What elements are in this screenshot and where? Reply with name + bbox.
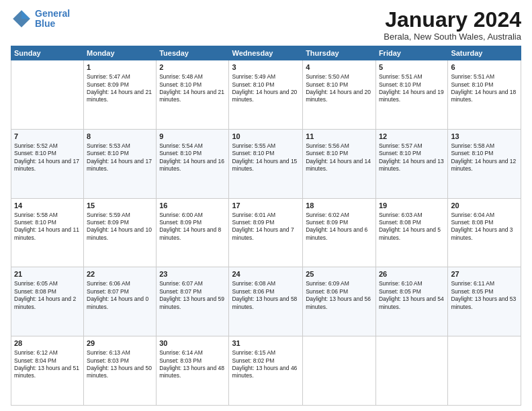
day-number: 5	[379, 62, 445, 73]
day-number: 12	[379, 132, 445, 142]
cell-info: Sunrise: 5:57 AMSunset: 8:10 PMDaylight:…	[379, 142, 445, 173]
cell-info: Sunrise: 5:52 AMSunset: 8:10 PMDaylight:…	[14, 142, 81, 173]
calendar-cell: 6Sunrise: 5:51 AMSunset: 8:10 PMDaylight…	[448, 60, 521, 130]
calendar-table: SundayMondayTuesdayWednesdayThursdayFrid…	[11, 46, 521, 406]
calendar-cell: 28Sunrise: 6:12 AMSunset: 8:04 PMDayligh…	[11, 336, 84, 406]
calendar-cell: 1Sunrise: 5:47 AMSunset: 8:09 PMDaylight…	[84, 60, 157, 130]
title-block: January 2024 Berala, New South Wales, Au…	[384, 8, 521, 42]
day-number: 9	[159, 132, 226, 142]
calendar-cell: 31Sunrise: 6:15 AMSunset: 8:02 PMDayligh…	[229, 336, 303, 406]
day-number: 10	[232, 132, 300, 142]
calendar-cell: 21Sunrise: 6:05 AMSunset: 8:08 PMDayligh…	[11, 267, 84, 336]
calendar-cell: 7Sunrise: 5:52 AMSunset: 8:10 PMDaylight…	[11, 129, 84, 198]
cell-info: Sunrise: 5:50 AMSunset: 8:10 PMDaylight:…	[306, 73, 373, 104]
cell-info: Sunrise: 5:58 AMSunset: 8:10 PMDaylight:…	[451, 142, 518, 173]
day-number: 8	[87, 132, 153, 142]
calendar-header-day: Tuesday	[157, 46, 229, 60]
cell-info: Sunrise: 5:51 AMSunset: 8:10 PMDaylight:…	[451, 73, 518, 104]
calendar-cell: 25Sunrise: 6:09 AMSunset: 8:06 PMDayligh…	[303, 267, 376, 336]
calendar-cell: 26Sunrise: 6:10 AMSunset: 8:05 PMDayligh…	[375, 267, 447, 336]
cell-info: Sunrise: 6:06 AMSunset: 8:07 PMDaylight:…	[87, 280, 153, 311]
subtitle: Berala, New South Wales, Australia	[384, 32, 521, 42]
cell-info: Sunrise: 6:03 AMSunset: 8:08 PMDaylight:…	[379, 212, 445, 242]
day-number: 6	[451, 62, 518, 73]
day-number: 19	[379, 201, 445, 211]
day-number: 17	[232, 201, 300, 211]
logo-icon	[11, 8, 32, 30]
calendar-cell: 18Sunrise: 6:02 AMSunset: 8:09 PMDayligh…	[303, 198, 376, 267]
calendar-header-day: Monday	[84, 46, 157, 60]
calendar-cell: 22Sunrise: 6:06 AMSunset: 8:07 PMDayligh…	[84, 267, 157, 336]
cell-info: Sunrise: 6:10 AMSunset: 8:05 PMDaylight:…	[379, 280, 445, 311]
calendar-header-day: Saturday	[448, 46, 521, 60]
calendar-week-row: 1Sunrise: 5:47 AMSunset: 8:09 PMDaylight…	[11, 60, 521, 130]
day-number: 21	[14, 269, 81, 279]
month-title: January 2024	[384, 8, 521, 32]
cell-info: Sunrise: 6:05 AMSunset: 8:08 PMDaylight:…	[14, 280, 81, 311]
day-number: 16	[159, 201, 226, 211]
cell-info: Sunrise: 5:53 AMSunset: 8:10 PMDaylight:…	[87, 142, 153, 173]
day-number: 31	[232, 338, 300, 349]
calendar-week-row: 21Sunrise: 6:05 AMSunset: 8:08 PMDayligh…	[11, 267, 521, 336]
cell-info: Sunrise: 5:54 AMSunset: 8:10 PMDaylight:…	[159, 142, 226, 173]
cell-info: Sunrise: 6:08 AMSunset: 8:06 PMDaylight:…	[232, 280, 300, 311]
calendar-week-row: 14Sunrise: 5:58 AMSunset: 8:10 PMDayligh…	[11, 198, 521, 267]
day-number: 2	[159, 62, 226, 73]
cell-info: Sunrise: 6:11 AMSunset: 8:05 PMDaylight:…	[451, 280, 518, 311]
cell-info: Sunrise: 5:51 AMSunset: 8:10 PMDaylight:…	[379, 73, 445, 104]
day-number: 30	[159, 338, 226, 349]
day-number: 23	[159, 269, 226, 279]
calendar-cell: 17Sunrise: 6:01 AMSunset: 8:09 PMDayligh…	[229, 198, 303, 267]
calendar-week-row: 28Sunrise: 6:12 AMSunset: 8:04 PMDayligh…	[11, 336, 521, 406]
calendar-cell: 2Sunrise: 5:48 AMSunset: 8:10 PMDaylight…	[157, 60, 229, 130]
calendar-week-row: 7Sunrise: 5:52 AMSunset: 8:10 PMDaylight…	[11, 129, 521, 198]
cell-info: Sunrise: 6:14 AMSunset: 8:03 PMDaylight:…	[159, 349, 226, 380]
calendar-cell: 23Sunrise: 6:07 AMSunset: 8:07 PMDayligh…	[157, 267, 229, 336]
logo-text: General Blue	[35, 9, 70, 30]
day-number: 1	[87, 62, 153, 73]
calendar-cell: 3Sunrise: 5:49 AMSunset: 8:10 PMDaylight…	[229, 60, 303, 130]
cell-info: Sunrise: 6:01 AMSunset: 8:09 PMDaylight:…	[232, 212, 300, 242]
calendar-cell: 27Sunrise: 6:11 AMSunset: 8:05 PMDayligh…	[448, 267, 521, 336]
calendar-cell: 5Sunrise: 5:51 AMSunset: 8:10 PMDaylight…	[375, 60, 447, 130]
day-number: 18	[306, 201, 373, 211]
day-number: 3	[232, 62, 300, 73]
calendar-cell	[303, 336, 376, 406]
calendar-cell: 14Sunrise: 5:58 AMSunset: 8:10 PMDayligh…	[11, 198, 84, 267]
calendar-cell: 13Sunrise: 5:58 AMSunset: 8:10 PMDayligh…	[448, 129, 521, 198]
logo: General Blue	[11, 8, 70, 30]
day-number: 14	[14, 201, 81, 211]
calendar-cell: 29Sunrise: 6:13 AMSunset: 8:03 PMDayligh…	[84, 336, 157, 406]
calendar-header-day: Sunday	[11, 46, 84, 60]
calendar-cell: 12Sunrise: 5:57 AMSunset: 8:10 PMDayligh…	[375, 129, 447, 198]
calendar-cell: 30Sunrise: 6:14 AMSunset: 8:03 PMDayligh…	[157, 336, 229, 406]
calendar-cell: 24Sunrise: 6:08 AMSunset: 8:06 PMDayligh…	[229, 267, 303, 336]
cell-info: Sunrise: 6:15 AMSunset: 8:02 PMDaylight:…	[232, 349, 300, 380]
calendar-cell: 11Sunrise: 5:56 AMSunset: 8:10 PMDayligh…	[303, 129, 376, 198]
header: General Blue January 2024 Berala, New So…	[11, 8, 521, 42]
day-number: 20	[451, 201, 518, 211]
calendar-cell: 19Sunrise: 6:03 AMSunset: 8:08 PMDayligh…	[375, 198, 447, 267]
page: General Blue January 2024 Berala, New So…	[0, 0, 532, 411]
day-number: 27	[451, 269, 518, 279]
day-number: 7	[14, 132, 81, 142]
calendar-cell	[11, 60, 84, 130]
calendar-header-day: Friday	[375, 46, 447, 60]
calendar-header-row: SundayMondayTuesdayWednesdayThursdayFrid…	[11, 46, 521, 60]
calendar-cell: 15Sunrise: 5:59 AMSunset: 8:09 PMDayligh…	[84, 198, 157, 267]
day-number: 29	[87, 338, 153, 349]
day-number: 25	[306, 269, 373, 279]
day-number: 24	[232, 269, 300, 279]
cell-info: Sunrise: 5:55 AMSunset: 8:10 PMDaylight:…	[232, 142, 300, 173]
cell-info: Sunrise: 5:48 AMSunset: 8:10 PMDaylight:…	[159, 73, 226, 104]
cell-info: Sunrise: 6:09 AMSunset: 8:06 PMDaylight:…	[306, 280, 373, 311]
day-number: 22	[87, 269, 153, 279]
day-number: 13	[451, 132, 518, 142]
cell-info: Sunrise: 6:07 AMSunset: 8:07 PMDaylight:…	[159, 280, 226, 311]
cell-info: Sunrise: 6:13 AMSunset: 8:03 PMDaylight:…	[87, 349, 153, 380]
calendar-cell: 20Sunrise: 6:04 AMSunset: 8:08 PMDayligh…	[448, 198, 521, 267]
cell-info: Sunrise: 5:58 AMSunset: 8:10 PMDaylight:…	[14, 212, 81, 242]
day-number: 28	[14, 338, 81, 349]
calendar-cell: 16Sunrise: 6:00 AMSunset: 8:09 PMDayligh…	[157, 198, 229, 267]
calendar-cell: 8Sunrise: 5:53 AMSunset: 8:10 PMDaylight…	[84, 129, 157, 198]
